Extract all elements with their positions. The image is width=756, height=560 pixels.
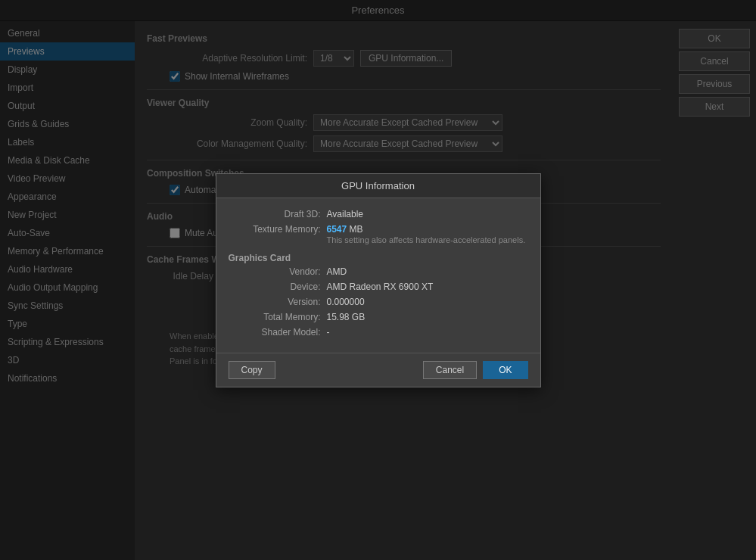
vendor-label: Vendor: — [229, 266, 327, 277]
gpu-info-dialog: GPU Information Draft 3D: Available Text… — [216, 173, 541, 387]
texture-memory-note: This setting also affects hardware-accel… — [327, 235, 526, 244]
vendor-row: Vendor: AMD — [229, 266, 528, 277]
gpu-dialog-footer: Copy Cancel OK — [216, 353, 540, 387]
gpu-footer-left: Copy — [229, 361, 275, 379]
texture-memory-label: Texture Memory: — [229, 224, 327, 245]
copy-button[interactable]: Copy — [229, 361, 275, 379]
draft3d-value: Available — [327, 209, 528, 219]
version-row: Version: 0.000000 — [229, 297, 528, 307]
total-memory-row: Total Memory: 15.98 GB — [229, 312, 528, 322]
texture-memory-value: 6547 MB This setting also affects hardwa… — [327, 224, 528, 245]
draft3d-label: Draft 3D: — [229, 209, 327, 219]
graphics-card-label: Graphics Card — [229, 253, 528, 263]
version-value: 0.000000 — [327, 297, 528, 307]
texture-memory-row: Texture Memory: 6547 MB This setting als… — [229, 224, 528, 245]
device-label: Device: — [229, 282, 327, 292]
shader-model-label: Shader Model: — [229, 327, 327, 338]
gpu-ok-button[interactable]: OK — [483, 361, 527, 379]
total-memory-label: Total Memory: — [229, 312, 327, 322]
version-label: Version: — [229, 297, 327, 307]
gpu-dialog-title: GPU Information — [216, 174, 540, 198]
gpu-dialog-body: Draft 3D: Available Texture Memory: 6547… — [216, 198, 540, 353]
modal-overlay: GPU Information Draft 3D: Available Text… — [0, 0, 756, 560]
shader-model-value: - — [327, 327, 528, 338]
device-value: AMD Radeon RX 6900 XT — [327, 282, 528, 292]
texture-memory-unit: MB — [350, 224, 363, 235]
draft3d-row: Draft 3D: Available — [229, 209, 528, 219]
total-memory-value: 15.98 GB — [327, 312, 528, 322]
gpu-cancel-button[interactable]: Cancel — [423, 361, 477, 379]
graphics-card-section: Graphics Card Vendor: AMD Device: AMD Ra… — [229, 253, 528, 338]
device-row: Device: AMD Radeon RX 6900 XT — [229, 282, 528, 292]
texture-memory-number: 6547 — [327, 224, 347, 235]
shader-model-row: Shader Model: - — [229, 327, 528, 338]
gpu-footer-right: Cancel OK — [423, 361, 528, 379]
vendor-value: AMD — [327, 266, 528, 277]
